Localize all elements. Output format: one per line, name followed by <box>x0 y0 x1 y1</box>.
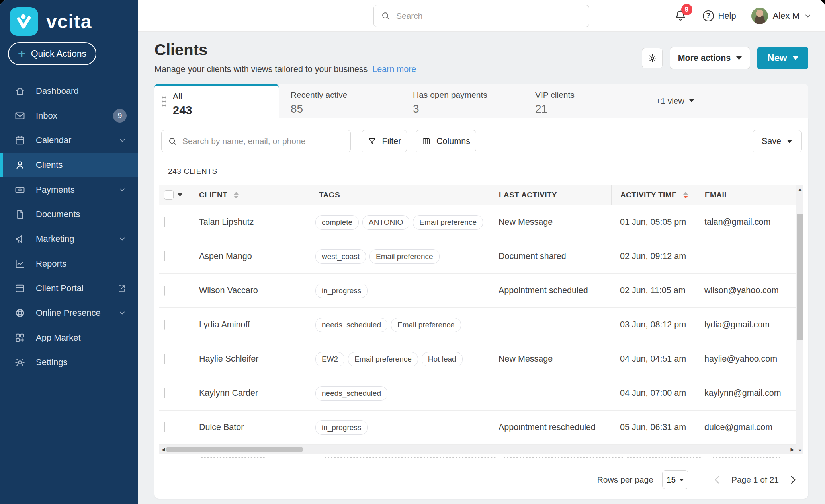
column-header-email[interactable]: EMAIL <box>696 185 796 205</box>
tag-pill[interactable]: in_progress <box>315 420 368 435</box>
row-checkbox[interactable] <box>164 286 165 296</box>
table-row[interactable]: Talan Lipshutz completeANTONIOEmail pref… <box>159 205 796 239</box>
client-search[interactable] <box>161 130 351 152</box>
select-menu-caret-icon[interactable] <box>178 193 182 197</box>
client-name[interactable]: Talan Lipshutz <box>194 217 310 227</box>
view-settings-button[interactable] <box>642 48 663 68</box>
client-name[interactable]: Haylie Schleifer <box>194 354 310 364</box>
global-search[interactable] <box>373 5 589 27</box>
sidebar-item-label: Online Presence <box>36 308 101 318</box>
vcita-logo-icon <box>10 7 38 36</box>
table-row[interactable]: Lydia Aminoff needs_scheduledEmail prefe… <box>159 308 796 342</box>
new-button[interactable]: New <box>757 47 808 69</box>
sidebar-item-client-portal[interactable]: Client Portal <box>0 276 138 301</box>
vertical-scrollbar[interactable]: ▲ ▼ <box>796 185 803 454</box>
tag-pill[interactable]: Email preference <box>369 249 440 264</box>
notifications-button[interactable]: 9 <box>674 9 688 23</box>
tag-pill[interactable]: in_progress <box>315 284 368 298</box>
client-name[interactable]: Aspen Mango <box>194 251 310 261</box>
tag-pill[interactable]: needs_scheduled <box>315 318 387 332</box>
scroll-right-icon[interactable]: ▶ <box>788 447 796 452</box>
client-tags: needs_scheduledEmail preference <box>310 318 490 332</box>
tag-pill[interactable]: Email preference <box>391 318 461 332</box>
brand-logo[interactable]: vcita <box>0 0 138 37</box>
table-row[interactable]: Kaylynn Carder needs_scheduled 04 Jun, 0… <box>159 376 796 411</box>
column-header-activity-time[interactable]: ACTIVITY TIME <box>611 185 696 205</box>
table-row[interactable]: Dulce Bator in_progress Appointment resc… <box>159 411 796 445</box>
row-checkbox[interactable] <box>164 217 165 227</box>
client-email: talan@gmail.com <box>696 217 796 227</box>
client-name[interactable]: Wilson Vaccaro <box>194 286 310 296</box>
user-menu[interactable]: Alex M <box>751 8 811 24</box>
sidebar-item-online-presence[interactable]: Online Presence <box>0 301 138 325</box>
sidebar-item-marketing[interactable]: Marketing <box>0 227 138 251</box>
sort-icon[interactable] <box>234 192 239 198</box>
caret-down-icon <box>736 56 742 60</box>
sidebar-item-settings[interactable]: Settings <box>0 350 138 375</box>
tag-pill[interactable]: west_coast <box>315 249 366 264</box>
caret-down-icon <box>787 140 792 143</box>
row-checkbox[interactable] <box>164 320 165 330</box>
previous-page-button[interactable] <box>712 475 723 485</box>
sidebar-item-reports[interactable]: Reports <box>0 251 138 276</box>
tag-pill[interactable]: Hot lead <box>422 352 463 366</box>
sidebar-item-clients[interactable]: Clients <box>0 153 138 177</box>
tag-pill[interactable]: needs_scheduled <box>315 386 387 401</box>
column-header-last-activity[interactable]: LAST ACTIVITY <box>490 185 611 205</box>
horizontal-scrollbar[interactable]: ◀ ▶ <box>159 445 796 454</box>
row-checkbox[interactable] <box>164 251 165 261</box>
global-search-input[interactable] <box>396 11 582 21</box>
scroll-down-icon[interactable]: ▼ <box>796 446 803 454</box>
tag-pill[interactable]: Email preference <box>413 215 483 230</box>
brand-wordmark: vcita <box>46 11 92 33</box>
client-name[interactable]: Kaylynn Carder <box>194 388 310 398</box>
tab-vip-clients[interactable]: VIP clients 21 <box>523 84 645 118</box>
more-views-button[interactable]: +1 view <box>645 84 694 118</box>
client-name[interactable]: Dulce Bator <box>194 422 310 432</box>
tab-recently-active[interactable]: Recently active 85 <box>279 84 401 118</box>
tag-pill[interactable]: ANTONIO <box>362 215 409 230</box>
column-header-tags[interactable]: TAGS <box>310 185 490 205</box>
sidebar-item-payments[interactable]: Payments <box>0 177 138 202</box>
more-actions-button[interactable]: More actions <box>670 47 750 69</box>
quick-actions-button[interactable]: + Quick Actions <box>8 42 96 65</box>
sidebar-item-dashboard[interactable]: Dashboard <box>0 79 138 103</box>
horizontal-scroll-thumb[interactable] <box>166 447 303 452</box>
sidebar-item-inbox[interactable]: Inbox 9 <box>0 103 138 128</box>
tab-all[interactable]: All 243 <box>154 84 279 118</box>
sidebar-item-label: Settings <box>36 357 68 368</box>
client-search-input[interactable] <box>182 136 344 146</box>
save-view-button[interactable]: Save <box>753 130 802 152</box>
sidebar-item-calendar[interactable]: Calendar <box>0 128 138 153</box>
sidebar-item-label: Marketing <box>36 234 74 244</box>
chevron-down-icon <box>119 137 126 144</box>
rows-per-page-select[interactable]: 15 <box>662 470 688 489</box>
select-all-checkbox[interactable] <box>164 190 174 200</box>
client-name[interactable]: Lydia Aminoff <box>194 320 310 330</box>
scroll-up-icon[interactable]: ▲ <box>796 185 803 193</box>
tag-pill[interactable]: Email preference <box>348 352 418 366</box>
learn-more-link[interactable]: Learn more <box>372 64 416 74</box>
sidebar-item-app-market[interactable]: App Market <box>0 325 138 350</box>
row-checkbox[interactable] <box>164 422 165 432</box>
columns-button[interactable]: Columns <box>416 130 476 152</box>
row-checkbox[interactable] <box>164 388 165 398</box>
help-button[interactable]: ? Help <box>703 10 736 21</box>
page-indicator: Page 1 of 21 <box>731 475 779 485</box>
client-tags: completeANTONIOEmail preference <box>310 215 490 230</box>
table-row[interactable]: Wilson Vaccaro in_progress Appointment s… <box>159 274 796 308</box>
drag-handle-icon[interactable] <box>161 95 167 107</box>
next-page-button[interactable] <box>788 475 798 485</box>
column-header-client[interactable]: CLIENT <box>194 185 310 205</box>
tag-pill[interactable]: EW2 <box>315 352 344 366</box>
sort-icon-active[interactable] <box>683 192 688 198</box>
table-row[interactable]: Haylie Schleifer EW2Email preferenceHot … <box>159 342 796 376</box>
search-icon <box>381 11 391 21</box>
sidebar-item-documents[interactable]: Documents <box>0 202 138 227</box>
vertical-scroll-thumb[interactable] <box>797 214 803 340</box>
filter-button[interactable]: Filter <box>362 130 407 152</box>
row-checkbox[interactable] <box>164 354 165 364</box>
tab-has-open-payments[interactable]: Has open payments 3 <box>401 84 523 118</box>
table-row[interactable]: Aspen Mango west_coastEmail preference D… <box>159 239 796 274</box>
tag-pill[interactable]: complete <box>315 215 359 230</box>
